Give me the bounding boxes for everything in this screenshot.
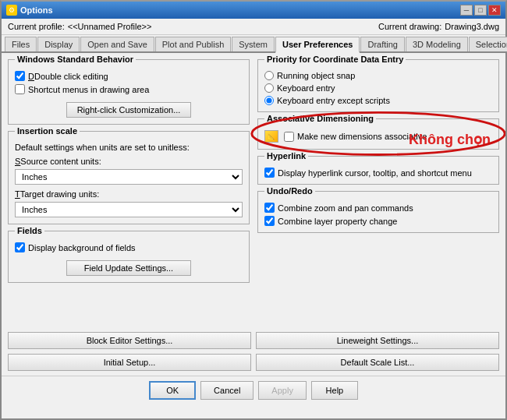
default-scale-list-button[interactable]: Default Scale List...: [256, 354, 499, 371]
undo-redo-group: Undo/Redo Combine zoom and pan commands …: [257, 191, 499, 233]
current-profile-label: Current profile:: [8, 22, 65, 31]
combine-layer-checkbox[interactable]: [264, 216, 275, 226]
right-column: Priority for Coordinate Data Entry Runni…: [257, 59, 499, 323]
tab-drafting[interactable]: Drafting: [360, 37, 405, 51]
display-hyperlink-label: Display hyperlink cursor, tooltip, and s…: [278, 168, 472, 178]
profile-bar: Current profile: <<Unnamed Profile>> Cur…: [2, 19, 505, 35]
options-window: ⚙ Options ─ □ ✕ Current profile: <<Unnam…: [0, 0, 507, 420]
target-drawing-label: TTarget drawing units:: [15, 189, 243, 199]
fields-group: Fields Display background of fields Fiel…: [8, 231, 250, 283]
running-object-snap-label: Running object snap: [277, 71, 355, 80]
drawing-info: Current drawing: Drawing3.dwg: [378, 22, 499, 31]
assoc-icon: 📐: [264, 130, 278, 143]
close-button[interactable]: ✕: [488, 5, 501, 16]
keyboard-except-label: Keyboard entry except scripts: [277, 96, 390, 105]
windows-behavior-title: Windows Standard Behavior: [15, 55, 136, 64]
shortcut-menus-checkbox[interactable]: [15, 84, 25, 94]
field-update-settings-button[interactable]: Field Update Settings...: [66, 260, 191, 276]
tab-3d-modeling[interactable]: 3D Modeling: [406, 37, 468, 51]
tab-user-preferences[interactable]: User Preferences: [275, 37, 360, 53]
insertion-scale-desc: Default settings when units are set to u…: [15, 143, 243, 152]
display-background-label: Display background of fields: [28, 243, 136, 252]
block-editor-settings-button[interactable]: Block Editor Settings...: [8, 332, 251, 349]
help-button[interactable]: Help: [311, 381, 358, 400]
combine-zoom-label: Combine zoom and pan commands: [278, 203, 413, 213]
keyboard-except-radio[interactable]: [264, 96, 274, 105]
title-buttons: ─ □ ✕: [460, 5, 501, 16]
display-background-row: Display background of fields: [15, 242, 243, 252]
insertion-scale-group: Insertion scale Default settings when un…: [8, 131, 250, 224]
shortcut-menus-row: Shortcut menus in drawing area: [15, 84, 243, 94]
priority-title: Priority for Coordinate Data Entry: [264, 55, 406, 64]
priority-group: Priority for Coordinate Data Entry Runni…: [257, 59, 499, 112]
source-content-label: SSource content units:: [15, 157, 243, 166]
tab-display[interactable]: Display: [37, 37, 80, 51]
title-bar-left: ⚙ Options: [6, 5, 53, 16]
keyboard-entry-radio[interactable]: [264, 83, 274, 93]
tab-system[interactable]: System: [232, 37, 275, 51]
window-icon: ⚙: [6, 5, 17, 16]
source-content-select[interactable]: Inches Millimeters Centimeters Meters Fe…: [15, 169, 243, 185]
wide-buttons-row1: Block Editor Settings... Lineweight Sett…: [2, 330, 505, 351]
main-content: Windows Standard Behavior DDouble click …: [2, 53, 505, 330]
combine-zoom-row: Combine zoom and pan commands: [264, 203, 492, 213]
hyperlink-title: Hyperlink: [264, 151, 308, 161]
make-new-dimensions-label: Make new dimensions associative: [297, 132, 427, 141]
keyboard-entry-label: Keyboard entry: [277, 83, 335, 93]
window-title: Options: [20, 5, 53, 15]
fields-title: Fields: [15, 226, 44, 235]
drawing-name: Drawing3.dwg: [445, 22, 499, 31]
lineweight-settings-button[interactable]: Lineweight Settings...: [256, 332, 499, 349]
left-column: Windows Standard Behavior DDouble click …: [8, 59, 250, 323]
double-click-label: DDouble click editing: [28, 72, 108, 81]
title-bar: ⚙ Options ─ □ ✕: [2, 2, 505, 19]
undo-redo-title: Undo/Redo: [264, 186, 315, 196]
maximize-button[interactable]: □: [474, 5, 487, 16]
annotation-text: Không chọn: [409, 131, 491, 148]
ok-button[interactable]: OK: [149, 381, 196, 400]
display-background-checkbox[interactable]: [15, 242, 25, 252]
keyboard-except-row: Keyboard entry except scripts: [264, 96, 492, 105]
tab-selection[interactable]: Selection: [469, 37, 507, 51]
windows-behavior-group: Windows Standard Behavior DDouble click …: [8, 59, 250, 125]
tab-plot-and-publish[interactable]: Plot and Publish: [155, 37, 232, 51]
tab-files[interactable]: Files: [5, 37, 37, 51]
apply-button[interactable]: Apply: [258, 381, 307, 400]
wide-buttons-row2: Initial Setup... Default Scale List...: [2, 351, 505, 373]
running-object-snap-row: Running object snap: [264, 71, 492, 80]
minimize-button[interactable]: ─: [460, 5, 473, 16]
keyboard-entry-row: Keyboard entry: [264, 83, 492, 93]
profile-info: Current profile: <<Unnamed Profile>>: [8, 22, 151, 31]
tabs-bar: Files Display Open and Save Plot and Pub…: [2, 35, 505, 53]
combine-layer-label: Combine layer property change: [278, 217, 397, 226]
make-new-dimensions-checkbox[interactable]: [284, 132, 294, 142]
hyperlink-group: Hyperlink Display hyperlink cursor, tool…: [257, 156, 499, 185]
cancel-button[interactable]: Cancel: [200, 381, 254, 400]
right-click-customization-button[interactable]: Right-click Customization...: [66, 102, 191, 118]
profile-name: <<Unnamed Profile>>: [68, 22, 152, 31]
shortcut-menus-label: Shortcut menus in drawing area: [28, 85, 149, 94]
double-click-row: DDouble click editing: [15, 71, 243, 81]
dialog-buttons: OK Cancel Apply Help: [2, 376, 505, 404]
display-hyperlink-row: Display hyperlink cursor, tooltip, and s…: [264, 168, 492, 178]
tab-open-and-save[interactable]: Open and Save: [80, 37, 154, 51]
display-hyperlink-checkbox[interactable]: [264, 168, 275, 178]
running-object-snap-radio[interactable]: [264, 71, 274, 80]
combine-layer-row: Combine layer property change: [264, 216, 492, 226]
associative-dimensioning-group: Associative Dimensioning 📐 Make new dime…: [257, 118, 499, 150]
current-drawing-label: Current drawing:: [378, 22, 441, 31]
double-click-checkbox[interactable]: [15, 71, 25, 81]
combine-zoom-checkbox[interactable]: [264, 203, 275, 213]
target-drawing-select[interactable]: Inches Millimeters Centimeters Meters Fe…: [15, 202, 243, 217]
initial-setup-button[interactable]: Initial Setup...: [8, 354, 251, 371]
insertion-scale-title: Insertion scale: [15, 126, 80, 136]
associative-dimensioning-title: Associative Dimensioning: [264, 114, 376, 123]
